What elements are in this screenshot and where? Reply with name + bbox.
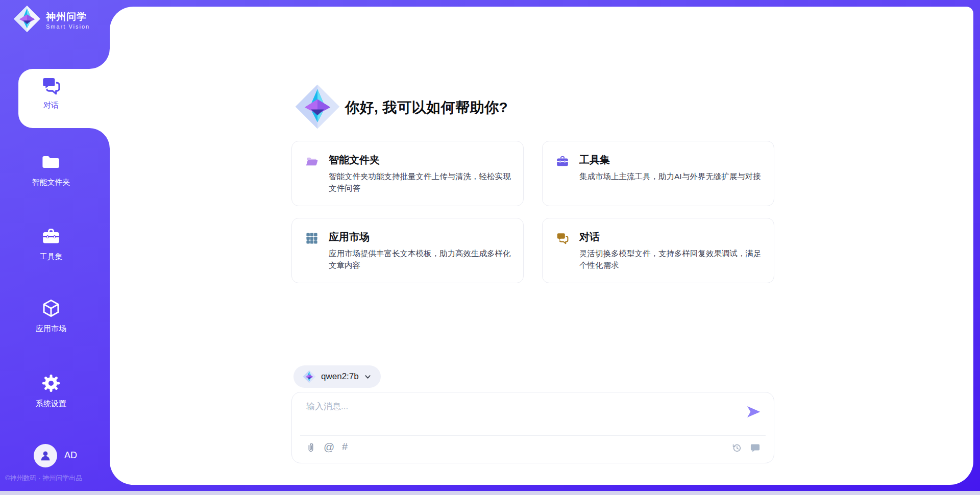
card-title: 智能文件夹 [329,154,511,166]
mention-button[interactable]: @ [324,440,334,453]
composer-divider [300,435,766,436]
message-input[interactable] [306,401,725,429]
toolbox-icon [41,227,61,246]
gear-icon [41,374,61,393]
sidebar-item-label: 智能文件夹 [0,178,102,187]
feature-card-chat[interactable]: 对话 灵活切换多模型文件，支持多样回复效果调试，满足个性化需求 [542,218,774,283]
folder-open-icon [305,155,318,168]
toolbox-icon [556,155,569,168]
sidebar: 神州问学 Smart Vision 对话 智能文件夹 工具集 应用市场 系统设置… [0,0,110,491]
chat-bubble-icon [750,442,761,453]
sidebar-item-toolbox[interactable]: 工具集 [0,227,102,262]
feature-cards: 智能文件夹 智能文件夹功能支持批量文件上传与清洗，轻松实现文件问答 工具集 集成… [291,141,774,283]
bottom-edge-strip [0,491,980,495]
sidebar-item-settings[interactable]: 系统设置 [0,374,102,409]
greeting-gem-icon [295,84,340,130]
user-avatar[interactable] [34,444,57,467]
cube-icon [41,299,61,318]
user-avatar-icon [39,449,52,462]
sidebar-item-label: 系统设置 [0,399,102,409]
sidebar-item-label: 应用市场 [0,324,102,334]
attach-file-button[interactable] [305,442,316,453]
card-title: 应用市场 [329,231,511,243]
grid-icon [305,232,318,245]
brand-name: 神州问学 [46,10,87,23]
card-description: 应用市场提供丰富长文本模板，助力高效生成多样化文章内容 [329,247,511,271]
feature-card-smart-folder[interactable]: 智能文件夹 智能文件夹功能支持批量文件上传与清洗，轻松实现文件问答 [291,141,524,206]
send-icon[interactable] [745,404,762,420]
history-icon [731,442,742,453]
chat-icon [556,232,569,245]
sidebar-item-smart-folder[interactable]: 智能文件夹 [0,152,102,187]
card-description: 集成市场上主流工具，助力AI与外界无缝扩展与对接 [579,170,761,182]
model-name: qwen2:7b [321,372,359,382]
model-gem-icon [303,370,316,383]
message-composer: @ # [291,392,774,463]
brand-subtitle: Smart Vision [46,23,90,30]
card-title: 工具集 [579,154,761,166]
model-selector[interactable]: qwen2:7b [293,365,381,388]
hashtag-button[interactable]: # [342,440,348,453]
sidebar-footer: ©神州数码 · 神州问学出品 [5,474,110,483]
app-root: 神州问学 Smart Vision 对话 智能文件夹 工具集 应用市场 系统设置… [0,0,980,495]
chevron-down-icon [364,373,372,381]
user-name: AD [64,450,77,461]
brand-gem-icon [13,5,41,33]
card-title: 对话 [579,231,762,243]
feedback-bubble-button[interactable] [750,442,761,453]
sidebar-item-label: 对话 [20,101,82,110]
active-tab-shape [17,48,110,148]
feature-card-toolbox[interactable]: 工具集 集成市场上主流工具，助力AI与外界无缝扩展与对接 [542,141,774,206]
history-button[interactable] [731,442,742,453]
greeting-title: 你好, 我可以如何帮助你? [345,98,508,117]
chat-icon [41,76,61,96]
card-description: 智能文件夹功能支持批量文件上传与清洗，轻松实现文件问答 [329,170,511,194]
card-description: 灵活切换多模型文件，支持多样回复效果调试，满足个性化需求 [579,247,762,271]
sidebar-item-app-market[interactable]: 应用市场 [0,299,102,334]
folder-icon [41,152,61,171]
paperclip-icon [305,442,316,453]
feature-card-app-market[interactable]: 应用市场 应用市场提供丰富长文本模板，助力高效生成多样化文章内容 [291,218,524,283]
sidebar-item-chat[interactable]: 对话 [17,48,110,148]
sidebar-item-label: 工具集 [0,252,102,262]
